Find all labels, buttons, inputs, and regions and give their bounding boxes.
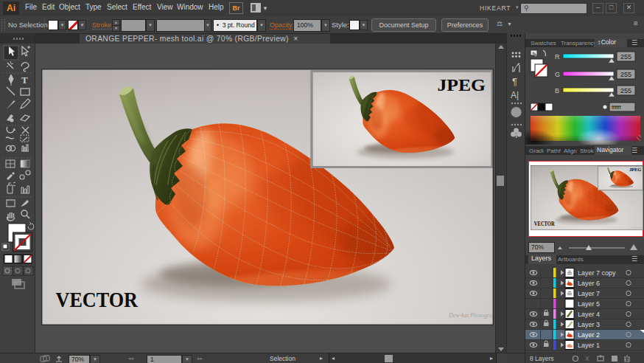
svg-text:Layer 1: Layer 1	[578, 342, 600, 349]
svg-text:G: G	[555, 71, 560, 78]
svg-text:A|: A|	[511, 90, 519, 100]
svg-text:Layer 2: Layer 2	[578, 331, 600, 339]
svg-text:255: 255	[620, 71, 631, 78]
svg-text:Layer 5: Layer 5	[578, 300, 600, 308]
svg-text:Layer 7 copy: Layer 7 copy	[578, 269, 616, 277]
svg-text:255: 255	[620, 53, 631, 60]
svg-text:¶: ¶	[512, 76, 517, 87]
svg-text:Layer 4: Layer 4	[578, 311, 600, 318]
svg-text:T: T	[21, 75, 28, 86]
svg-text:Layer 6: Layer 6	[578, 280, 600, 287]
svg-text:Layer 7: Layer 7	[578, 290, 600, 297]
svg-text:ffffff: ffffff	[612, 104, 621, 111]
svg-text:B: B	[555, 87, 559, 94]
svg-text:255: 255	[620, 87, 631, 94]
svg-text:R: R	[555, 53, 560, 60]
svg-text:Layer 3: Layer 3	[578, 321, 600, 328]
